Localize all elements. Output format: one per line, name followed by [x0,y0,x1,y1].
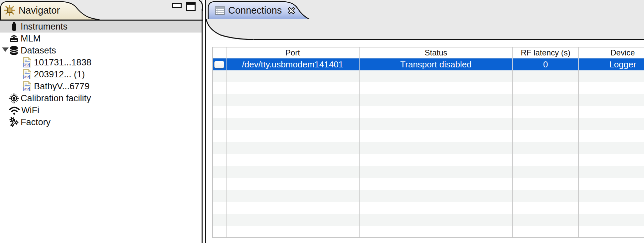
empty-cell [513,70,578,82]
empty-cell [213,238,227,238]
empty-cell [513,142,578,154]
empty-cell [579,202,644,214]
empty-cell [579,166,644,178]
empty-cell [213,214,227,226]
empty-cell [360,94,513,106]
instrument-icon [9,21,19,32]
expand-collapse-icon[interactable] [2,47,9,52]
table-row-empty[interactable] [213,238,644,238]
panel-sash[interactable] [202,9,203,243]
empty-cell [227,106,360,118]
mlm-device-icon [9,33,19,44]
workbench: Navigator Instruments [0,0,644,243]
empty-cell [579,226,644,238]
table-row-empty[interactable] [213,226,644,238]
empty-cell [227,190,360,202]
empty-cell [513,154,578,166]
tree-item-dataset-file[interactable]: 0 1 0 BathyV...6779 [0,80,202,92]
empty-cell [579,130,644,142]
tree-item-label: Instruments [21,22,68,32]
minimize-icon[interactable] [172,3,182,8]
empty-cell [360,166,513,178]
table-row-empty[interactable] [213,190,644,202]
tab-connections[interactable]: Connections [209,1,309,20]
svg-text:0: 0 [24,63,26,67]
empty-cell [227,214,360,226]
empty-cell [513,190,578,202]
column-header-port[interactable]: Port [227,47,360,58]
empty-cell [213,94,227,106]
table-row-empty[interactable] [213,142,644,154]
port-cell: /dev/tty.usbmodem141401 [227,58,360,70]
table-row-empty[interactable] [213,178,644,190]
table-icon [215,6,225,15]
tree-item-instruments[interactable]: Instruments [0,21,202,33]
table-row-connection[interactable]: /dev/tty.usbmodem141401 Transport disabl… [213,58,644,70]
column-header-device[interactable]: Device [579,47,644,58]
tree-item-factory[interactable]: Factory [0,116,202,128]
empty-cell [579,142,644,154]
empty-cell [227,166,360,178]
datasets-icon [9,45,19,56]
table-row-empty[interactable] [213,154,644,166]
empty-cell [227,238,360,238]
empty-cell [360,226,513,238]
tab-navigator[interactable]: Navigator [0,1,90,20]
tree-item-label: Factory [21,117,51,127]
table-row-empty[interactable] [213,94,644,106]
empty-cell [213,202,227,214]
empty-cell [213,166,227,178]
empty-cell [360,178,513,190]
table-header-row: Port Status RF latency (s) Device [213,47,644,58]
tree-item-mlm[interactable]: MLM [0,33,202,44]
tree-item-dataset-file[interactable]: 0 1 0 203912... (1) [0,68,202,80]
binary-file-icon: 0 1 0 [22,69,33,80]
tree-item-calibration-facility[interactable]: Calibration facility [0,92,202,104]
tree-item-dataset-file[interactable]: 0 1 0 101731...1838 [0,56,202,68]
empty-cell [360,130,513,142]
empty-cell [513,226,578,238]
empty-cell [579,154,644,166]
navigator-tab-label: Navigator [19,5,60,16]
column-header-rf-latency[interactable]: RF latency (s) [513,47,578,58]
empty-cell [360,70,513,82]
empty-cell [213,118,227,130]
svg-text:0: 0 [24,75,26,79]
table-row-empty[interactable] [213,70,644,82]
column-header-status[interactable]: Status [360,47,513,58]
tree-item-datasets[interactable]: Datasets [0,44,202,56]
rf-latency-cell: 0 [513,58,578,70]
table-row-empty[interactable] [213,118,644,130]
empty-cell [227,130,360,142]
table-row-empty[interactable] [213,214,644,226]
table-row-empty[interactable] [213,202,644,214]
table-row-empty[interactable] [213,106,644,118]
empty-cell [213,106,227,118]
column-header-checkbox[interactable] [213,47,227,58]
empty-cell [213,226,227,238]
tree-item-wifi[interactable]: WiFi [0,104,202,116]
empty-cell [579,118,644,130]
close-icon[interactable] [287,6,296,15]
ship-wheel-icon [4,5,15,16]
empty-cell [513,238,578,238]
empty-cell [227,202,360,214]
empty-cell [579,106,644,118]
empty-cell [579,178,644,190]
binary-file-icon: 0 1 0 [22,57,33,68]
table-row-empty[interactable] [213,130,644,142]
connections-tab-label: Connections [228,5,282,16]
empty-cell [513,166,578,178]
empty-cell [227,82,360,94]
status-cell: Transport disabled [360,58,513,70]
table-row-empty[interactable] [213,82,644,94]
checkbox[interactable] [214,61,224,68]
wifi-icon [9,105,20,116]
maximize-icon[interactable] [186,2,196,11]
svg-text:0: 0 [24,87,26,91]
table-row-empty[interactable] [213,166,644,178]
empty-cell [360,154,513,166]
device-cell: Logger [579,58,644,70]
empty-cell [227,94,360,106]
tab-folder-curve [206,19,253,40]
